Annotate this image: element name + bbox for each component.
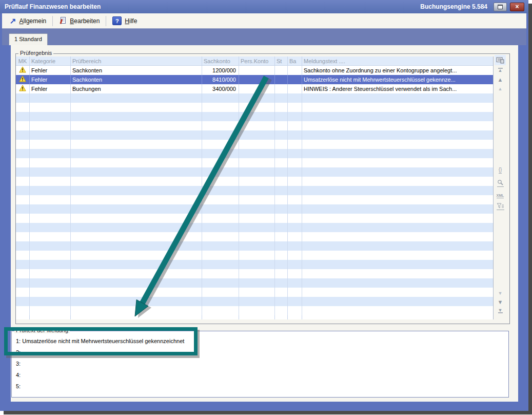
- cell-ba: [288, 84, 302, 93]
- close-icon: ×: [515, 4, 519, 10]
- cell-meldungstext: Umsatzerlöse nicht mit Mehrwertsteuersch…: [302, 75, 493, 84]
- titlebar: Prüflauf Finanzwesen bearbeiten Buchungs…: [0, 0, 528, 13]
- screen: Prüflauf Finanzwesen bearbeiten Buchungs…: [0, 0, 532, 415]
- column-header-kategorie[interactable]: Kategorie: [30, 56, 71, 65]
- cell-st: [275, 66, 288, 75]
- help-icon: ?: [112, 16, 122, 25]
- grid-row-2-selected[interactable]: Fehler Sachkonten 8410/000 Umsatzerlöse …: [16, 75, 493, 84]
- warning-icon: [19, 76, 26, 84]
- pruefergebnis-groupbox: Prüfergebnis MK Kategorie Prüfbereich Sa…: [15, 53, 510, 324]
- scroll-bottom-icon[interactable]: ▼: [495, 307, 506, 315]
- empty-grid-row: [16, 297, 493, 306]
- window-title: Prüflauf Finanzwesen bearbeiten: [0, 3, 101, 10]
- scroll-top-icon[interactable]: ▲: [495, 66, 506, 74]
- tab-strip: 1 Standard: [2, 28, 526, 45]
- empty-grid-row: [16, 241, 493, 251]
- pruftext-groupbox: Prüftext der Meldung 1: Umsatzerlöse nic…: [11, 331, 509, 398]
- cell-meldungstext: HINWEIS : Anderer Steuerschlüssel verwen…: [302, 84, 493, 93]
- grid-row-1[interactable]: Fehler Sachkonten 1200/000 Sachkonto ohn…: [16, 66, 493, 75]
- pruftext-groupbox-title: Prüftext der Meldung: [14, 327, 70, 333]
- toolbar-button-bearbeiten[interactable]: Bearbeiten: [55, 15, 103, 27]
- xml-icon[interactable]: XML: [495, 192, 506, 200]
- column-header-st[interactable]: St: [275, 56, 288, 65]
- cell-perskonto: [239, 75, 275, 84]
- scroll-down-icon[interactable]: ▼: [495, 289, 506, 297]
- cell-sachkonto: 8410/000: [202, 75, 239, 84]
- titlebar-controls: Buchungsengine 5.584 ×: [420, 3, 528, 11]
- cell-kategorie: Fehler: [30, 75, 71, 84]
- cell-sachkonto: 3400/000: [202, 84, 239, 93]
- empty-grid-row: [16, 214, 493, 223]
- pruftext-line-2: 2:: [12, 347, 508, 358]
- toolbar-button-hilfe-label: Hilfe: [125, 17, 137, 25]
- empty-grid-row: [16, 260, 493, 269]
- toolbar-button-hilfe[interactable]: ? Hilfe: [109, 15, 141, 27]
- column-header-sachkonto[interactable]: Sachkonto: [202, 56, 239, 65]
- cell-pruefbereich: Sachkonten: [71, 75, 202, 84]
- pruftext-line-4: 4:: [12, 369, 508, 381]
- result-grid: MK Kategorie Prüfbereich Sachkonto Pers.…: [16, 56, 494, 319]
- grid-row-3[interactable]: Fehler Buchungen 3400/000 HINWEIS : Ande…: [16, 84, 493, 93]
- empty-grid-row: [16, 167, 493, 177]
- filter-icon[interactable]: [495, 202, 506, 211]
- braces-icon[interactable]: {}: [495, 166, 506, 175]
- search-icon[interactable]: [495, 179, 506, 187]
- empty-grid-row: [16, 149, 493, 158]
- empty-grid-row: [16, 112, 493, 121]
- close-button[interactable]: ×: [510, 3, 524, 11]
- column-header-mk[interactable]: MK: [16, 56, 30, 65]
- empty-grid-row: [16, 288, 493, 297]
- grid-header-row: MK Kategorie Prüfbereich Sachkonto Pers.…: [16, 56, 493, 66]
- column-header-ba[interactable]: Ba: [288, 56, 302, 65]
- cell-sachkonto: 1200/000: [202, 66, 239, 75]
- toolbar-separator: [52, 16, 53, 26]
- restore-button[interactable]: [494, 3, 507, 11]
- empty-grid-row: [16, 278, 493, 288]
- warning-icon: [19, 66, 26, 74]
- cell-st: [275, 84, 288, 93]
- pruefergebnis-groupbox-title: Prüfergebnis: [18, 50, 53, 56]
- toolbar-button-bearbeiten-label: Bearbeiten: [70, 17, 100, 25]
- toolbar-separator: [106, 16, 106, 26]
- column-header-pruefbereich[interactable]: Prüfbereich: [71, 56, 202, 65]
- tab-standard[interactable]: 1 Standard: [9, 33, 48, 45]
- diagonal-arrow-icon: ↗: [10, 17, 16, 25]
- grid-bottom-ticks: [16, 315, 493, 319]
- column-header-meldungstext[interactable]: Meldungstext ....: [302, 56, 493, 65]
- cell-ba: [288, 66, 302, 75]
- cell-pruefbereich: Buchungen: [71, 84, 202, 93]
- empty-grid-row: [16, 232, 493, 241]
- empty-grid-row: [16, 306, 493, 315]
- pruftext-line-3: 3:: [12, 358, 508, 369]
- restore-icon: [498, 5, 503, 9]
- cell-ba: [288, 75, 302, 84]
- scroll-up-icon[interactable]: ▲: [495, 85, 506, 93]
- empty-grid-row: [16, 186, 493, 195]
- content-panel: Prüfergebnis MK Kategorie Prüfbereich Sa…: [11, 45, 518, 402]
- toolbar-button-allgemein-label: Allgemein: [19, 17, 47, 25]
- empty-grid-row: [16, 269, 493, 278]
- empty-grid-row: [16, 195, 493, 204]
- column-chooser-icon[interactable]: [495, 55, 506, 65]
- pruftext-line-1: 1: Umsatzerlöse nicht mit Mehrwertsteuer…: [12, 335, 508, 347]
- empty-grid-row: [16, 140, 493, 149]
- cell-st: [275, 75, 288, 84]
- grid-side-toolbar: ▲ ▲ ▲ {} XML ▼ ▼ ▼: [495, 54, 507, 321]
- column-header-perskonto[interactable]: Pers.Konto: [239, 56, 275, 65]
- empty-grid-row: [16, 93, 493, 103]
- empty-grid-row: [16, 223, 493, 232]
- cell-perskonto: [239, 66, 275, 75]
- cell-kategorie: Fehler: [30, 84, 71, 93]
- app-window: Prüflauf Finanzwesen bearbeiten Buchungs…: [0, 0, 528, 411]
- move-up-icon[interactable]: ▲: [495, 76, 506, 84]
- empty-grid-row: [16, 130, 493, 140]
- empty-grid-row: [16, 103, 493, 112]
- cell-meldungstext: Sachkonto ohne Zuordnung zu einer Kontog…: [302, 66, 493, 75]
- pruftext-lines[interactable]: 1: Umsatzerlöse nicht mit Mehrwertsteuer…: [12, 331, 508, 392]
- cell-pruefbereich: Sachkonten: [71, 66, 202, 75]
- edit-clipboard-icon: [59, 16, 67, 26]
- empty-grid-row: [16, 158, 493, 167]
- toolbar-button-allgemein[interactable]: ↗ Allgemein: [6, 16, 50, 26]
- move-down-icon[interactable]: ▼: [495, 298, 506, 306]
- warning-icon: [19, 85, 26, 93]
